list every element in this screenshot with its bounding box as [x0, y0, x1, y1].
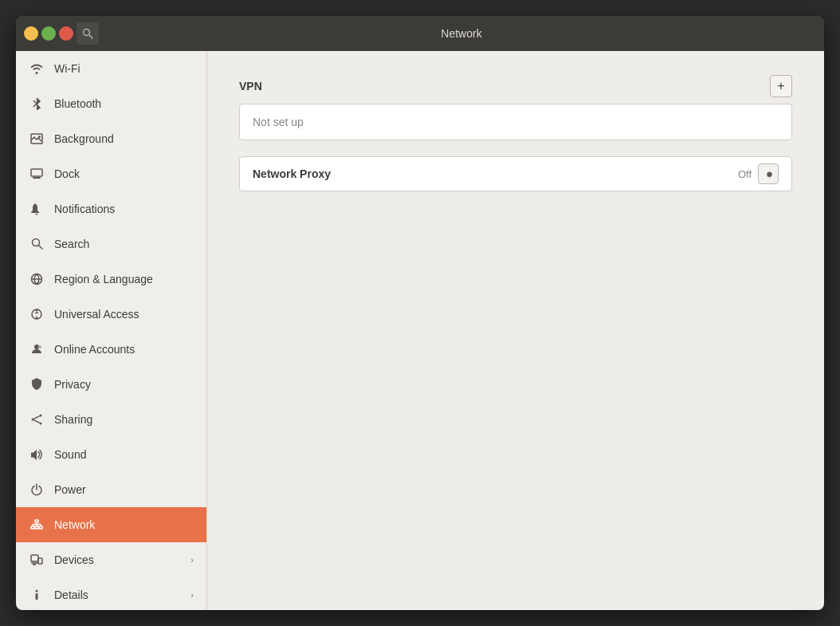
sidebar-item-label-network: Network — [54, 518, 194, 531]
svg-rect-19 — [31, 526, 34, 529]
window-title: Network — [107, 27, 816, 40]
search-sidebar-icon — [29, 238, 45, 250]
sidebar-item-details[interactable]: Details › — [16, 577, 206, 610]
sidebar-item-dock[interactable]: Dock — [16, 156, 206, 191]
settings-window: − + ✕ Network W — [16, 16, 824, 610]
svg-rect-18 — [35, 520, 38, 522]
svg-rect-20 — [35, 526, 38, 529]
sidebar-item-universal-access[interactable]: Universal Access — [16, 297, 206, 332]
dock-icon — [29, 168, 45, 179]
svg-point-14 — [32, 418, 34, 420]
sidebar-item-region[interactable]: Region & Language — [16, 262, 206, 297]
wifi-icon — [29, 62, 45, 75]
titlebar: − + ✕ Network — [16, 16, 824, 51]
vpn-section-header: VPN + — [239, 75, 792, 97]
window-controls: − + ✕ — [24, 26, 77, 41]
svg-rect-4 — [31, 169, 42, 176]
sidebar-item-network[interactable]: Network — [16, 507, 206, 542]
sidebar-item-label-sound: Sound — [54, 448, 194, 461]
sidebar-item-background[interactable]: Background — [16, 121, 206, 156]
sidebar: Wi-Fi Bluetooth — [16, 51, 207, 610]
svg-point-3 — [38, 136, 41, 138]
svg-line-7 — [38, 246, 42, 250]
sidebar-item-label-dock: Dock — [54, 167, 194, 180]
network-icon — [29, 519, 45, 530]
main-content: VPN + Not set up Network Proxy Off — [207, 51, 824, 610]
svg-line-1 — [89, 35, 92, 38]
proxy-settings-button[interactable] — [758, 163, 779, 184]
vpn-add-button[interactable]: + — [770, 75, 792, 97]
sidebar-item-label-details: Details — [54, 589, 190, 601]
privacy-icon — [29, 378, 45, 391]
svg-point-32 — [36, 589, 38, 592]
proxy-status: Off — [738, 168, 752, 180]
gear-icon — [763, 169, 774, 179]
proxy-label: Network Proxy — [253, 167, 738, 180]
notifications-icon — [29, 203, 45, 215]
content-area: Wi-Fi Bluetooth — [16, 51, 824, 610]
devices-chevron-icon: › — [190, 555, 194, 565]
titlebar-search-button[interactable] — [77, 22, 99, 45]
sidebar-item-notifications[interactable]: Notifications — [16, 191, 206, 226]
vpn-not-set-text: Not set up — [240, 104, 791, 140]
svg-line-15 — [33, 415, 39, 419]
sidebar-item-label-power: Power — [54, 483, 194, 496]
proxy-box: Network Proxy Off — [239, 156, 792, 191]
sidebar-item-search[interactable]: Search — [16, 226, 206, 262]
maximize-button[interactable]: + — [41, 26, 56, 41]
sidebar-item-label-region: Region & Language — [54, 273, 194, 285]
sidebar-item-label-wifi: Wi-Fi — [54, 62, 194, 75]
sidebar-item-sound[interactable]: Sound — [16, 437, 206, 472]
sharing-icon — [29, 414, 45, 425]
sidebar-item-bluetooth[interactable]: Bluetooth — [16, 86, 206, 121]
online-accounts-icon — [29, 343, 45, 356]
sidebar-item-devices[interactable]: Devices › — [16, 542, 206, 577]
sidebar-item-label-devices: Devices — [54, 553, 190, 566]
vpn-title: VPN — [239, 80, 770, 93]
svg-line-16 — [33, 419, 39, 423]
devices-icon — [29, 554, 45, 565]
minimize-button[interactable]: − — [24, 26, 38, 41]
power-icon — [29, 483, 45, 496]
details-chevron-icon: › — [190, 590, 194, 600]
svg-rect-5 — [33, 177, 41, 179]
search-icon — [82, 28, 93, 39]
sound-icon — [29, 449, 45, 460]
close-button[interactable]: ✕ — [59, 26, 73, 41]
sidebar-item-label-search: Search — [54, 238, 194, 250]
sidebar-item-label-background: Background — [54, 132, 194, 145]
background-icon — [29, 133, 45, 144]
svg-point-12 — [40, 414, 42, 416]
sidebar-item-label-online-accounts: Online Accounts — [54, 343, 194, 356]
sidebar-item-label-universal-access: Universal Access — [54, 308, 194, 321]
sidebar-item-label-sharing: Sharing — [54, 413, 194, 426]
region-icon — [29, 273, 45, 285]
sidebar-item-privacy[interactable]: Privacy — [16, 367, 206, 402]
svg-rect-28 — [38, 558, 42, 564]
svg-rect-21 — [39, 526, 42, 529]
svg-rect-27 — [31, 555, 38, 561]
svg-point-13 — [40, 422, 42, 424]
svg-rect-33 — [36, 593, 38, 600]
universal-access-icon — [29, 308, 45, 321]
details-icon — [29, 589, 45, 601]
sidebar-item-wifi[interactable]: Wi-Fi — [16, 51, 206, 86]
sidebar-item-power[interactable]: Power — [16, 472, 206, 507]
sidebar-item-label-privacy: Privacy — [54, 378, 194, 391]
sidebar-item-label-bluetooth: Bluetooth — [54, 97, 194, 110]
svg-point-11 — [38, 345, 41, 348]
vpn-box: Not set up — [239, 104, 792, 140]
sidebar-item-label-notifications: Notifications — [54, 203, 194, 215]
sidebar-item-sharing[interactable]: Sharing — [16, 402, 206, 437]
sidebar-item-online-accounts[interactable]: Online Accounts — [16, 332, 206, 367]
bluetooth-icon — [29, 97, 45, 110]
